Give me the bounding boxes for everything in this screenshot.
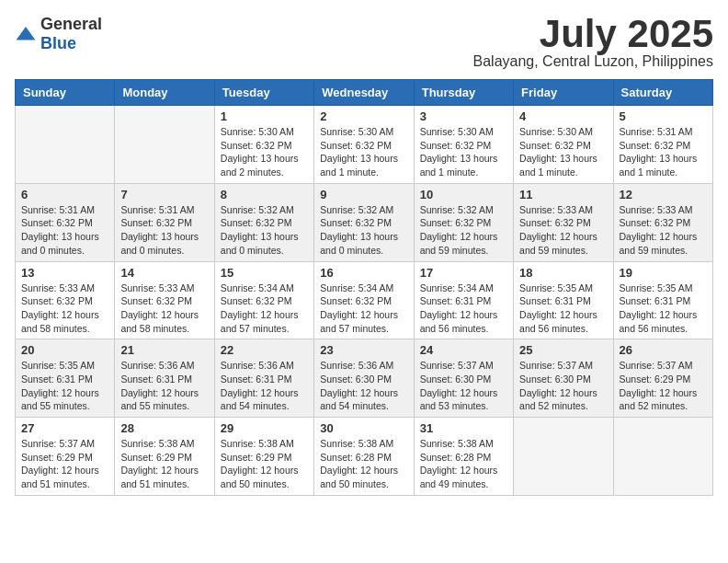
day-info: Sunrise: 5:38 AM Sunset: 6:29 PM Dayligh… — [221, 437, 308, 491]
calendar-cell: 23Sunrise: 5:36 AM Sunset: 6:30 PM Dayli… — [314, 339, 414, 418]
calendar-cell: 24Sunrise: 5:37 AM Sunset: 6:30 PM Dayli… — [414, 339, 513, 418]
day-number: 5 — [620, 109, 707, 123]
calendar-table: SundayMondayTuesdayWednesdayThursdayFrid… — [15, 79, 713, 496]
day-info: Sunrise: 5:32 AM Sunset: 6:32 PM Dayligh… — [320, 203, 407, 258]
day-info: Sunrise: 5:30 AM Sunset: 6:32 PM Dayligh… — [320, 125, 407, 179]
day-info: Sunrise: 5:32 AM Sunset: 6:32 PM Dayligh… — [420, 203, 507, 258]
day-number: 3 — [420, 109, 507, 123]
logo-general: General — [40, 15, 102, 33]
calendar-cell: 21Sunrise: 5:36 AM Sunset: 6:31 PM Dayli… — [115, 339, 214, 418]
day-info: Sunrise: 5:30 AM Sunset: 6:32 PM Dayligh… — [519, 125, 607, 179]
day-number: 10 — [420, 188, 507, 201]
day-info: Sunrise: 5:38 AM Sunset: 6:28 PM Dayligh… — [420, 437, 507, 491]
day-number: 13 — [21, 266, 108, 280]
calendar-cell — [613, 418, 712, 496]
day-info: Sunrise: 5:36 AM Sunset: 6:31 PM Dayligh… — [221, 359, 308, 413]
day-info: Sunrise: 5:31 AM Sunset: 6:32 PM Dayligh… — [620, 125, 707, 179]
day-number: 2 — [320, 109, 407, 123]
calendar-header-row: SundayMondayTuesdayWednesdayThursdayFrid… — [16, 80, 713, 106]
calendar-cell: 15Sunrise: 5:34 AM Sunset: 6:32 PM Dayli… — [214, 261, 313, 339]
day-number: 7 — [120, 188, 208, 201]
day-info: Sunrise: 5:32 AM Sunset: 6:32 PM Dayligh… — [221, 203, 308, 258]
logo: General Blue — [15, 15, 102, 53]
calendar-cell: 20Sunrise: 5:35 AM Sunset: 6:31 PM Dayli… — [16, 339, 115, 418]
calendar-cell: 27Sunrise: 5:37 AM Sunset: 6:29 PM Dayli… — [16, 418, 115, 496]
calendar-cell: 14Sunrise: 5:33 AM Sunset: 6:32 PM Dayli… — [115, 261, 214, 339]
svg-marker-0 — [17, 27, 36, 40]
day-number: 9 — [320, 188, 407, 201]
calendar-cell: 3Sunrise: 5:30 AM Sunset: 6:32 PM Daylig… — [414, 106, 513, 184]
day-number: 22 — [221, 343, 308, 357]
calendar-cell: 9Sunrise: 5:32 AM Sunset: 6:32 PM Daylig… — [314, 183, 414, 261]
day-info: Sunrise: 5:30 AM Sunset: 6:32 PM Dayligh… — [420, 125, 507, 179]
calendar-cell: 2Sunrise: 5:30 AM Sunset: 6:32 PM Daylig… — [314, 106, 414, 184]
weekday-header-wednesday: Wednesday — [314, 80, 414, 106]
weekday-header-tuesday: Tuesday — [214, 80, 313, 106]
page-header: General Blue July 2025 Balayang, Central… — [15, 15, 713, 70]
calendar-week-row: 1Sunrise: 5:30 AM Sunset: 6:32 PM Daylig… — [16, 106, 713, 184]
calendar-cell: 22Sunrise: 5:36 AM Sunset: 6:31 PM Dayli… — [214, 339, 313, 418]
day-info: Sunrise: 5:33 AM Sunset: 6:32 PM Dayligh… — [620, 203, 707, 258]
day-info: Sunrise: 5:30 AM Sunset: 6:32 PM Dayligh… — [221, 125, 308, 179]
day-info: Sunrise: 5:36 AM Sunset: 6:30 PM Dayligh… — [320, 359, 407, 413]
calendar-cell: 6Sunrise: 5:31 AM Sunset: 6:32 PM Daylig… — [16, 183, 115, 261]
weekday-header-friday: Friday — [514, 80, 613, 106]
weekday-header-sunday: Sunday — [16, 80, 115, 106]
calendar-cell: 26Sunrise: 5:37 AM Sunset: 6:29 PM Dayli… — [613, 339, 712, 418]
day-info: Sunrise: 5:35 AM Sunset: 6:31 PM Dayligh… — [519, 282, 607, 336]
day-number: 28 — [120, 421, 208, 435]
day-number: 26 — [620, 343, 707, 357]
day-number: 1 — [221, 109, 308, 123]
day-number: 21 — [120, 343, 208, 357]
day-info: Sunrise: 5:34 AM Sunset: 6:32 PM Dayligh… — [320, 282, 407, 336]
day-info: Sunrise: 5:38 AM Sunset: 6:29 PM Dayligh… — [120, 437, 208, 491]
calendar-week-row: 27Sunrise: 5:37 AM Sunset: 6:29 PM Dayli… — [16, 418, 713, 496]
calendar-cell: 19Sunrise: 5:35 AM Sunset: 6:31 PM Dayli… — [613, 261, 712, 339]
day-info: Sunrise: 5:31 AM Sunset: 6:32 PM Dayligh… — [21, 203, 108, 258]
day-info: Sunrise: 5:33 AM Sunset: 6:32 PM Dayligh… — [21, 282, 108, 336]
calendar-cell: 16Sunrise: 5:34 AM Sunset: 6:32 PM Dayli… — [314, 261, 414, 339]
logo-blue: Blue — [40, 34, 76, 52]
calendar-cell — [514, 418, 613, 496]
weekday-header-saturday: Saturday — [613, 80, 712, 106]
weekday-header-monday: Monday — [115, 80, 214, 106]
calendar-cell: 5Sunrise: 5:31 AM Sunset: 6:32 PM Daylig… — [613, 106, 712, 184]
calendar-cell: 8Sunrise: 5:32 AM Sunset: 6:32 PM Daylig… — [214, 183, 313, 261]
calendar-week-row: 20Sunrise: 5:35 AM Sunset: 6:31 PM Dayli… — [16, 339, 713, 418]
day-info: Sunrise: 5:35 AM Sunset: 6:31 PM Dayligh… — [620, 282, 707, 336]
calendar-week-row: 13Sunrise: 5:33 AM Sunset: 6:32 PM Dayli… — [16, 261, 713, 339]
day-info: Sunrise: 5:38 AM Sunset: 6:28 PM Dayligh… — [320, 437, 407, 491]
location-title: Balayang, Central Luzon, Philippines — [473, 53, 714, 70]
calendar-cell: 11Sunrise: 5:33 AM Sunset: 6:32 PM Dayli… — [514, 183, 613, 261]
day-number: 29 — [221, 421, 308, 435]
day-info: Sunrise: 5:36 AM Sunset: 6:31 PM Dayligh… — [120, 359, 208, 413]
day-number: 24 — [420, 343, 507, 357]
day-info: Sunrise: 5:37 AM Sunset: 6:29 PM Dayligh… — [620, 359, 707, 413]
calendar-cell — [16, 106, 115, 184]
day-number: 20 — [21, 343, 108, 357]
day-number: 25 — [519, 343, 607, 357]
day-info: Sunrise: 5:31 AM Sunset: 6:32 PM Dayligh… — [120, 203, 208, 258]
calendar-cell: 25Sunrise: 5:37 AM Sunset: 6:30 PM Dayli… — [514, 339, 613, 418]
calendar-cell: 12Sunrise: 5:33 AM Sunset: 6:32 PM Dayli… — [613, 183, 712, 261]
day-info: Sunrise: 5:35 AM Sunset: 6:31 PM Dayligh… — [21, 359, 108, 413]
calendar-cell: 31Sunrise: 5:38 AM Sunset: 6:28 PM Dayli… — [414, 418, 513, 496]
logo-icon — [15, 25, 37, 43]
calendar-cell: 13Sunrise: 5:33 AM Sunset: 6:32 PM Dayli… — [16, 261, 115, 339]
day-info: Sunrise: 5:33 AM Sunset: 6:32 PM Dayligh… — [120, 282, 208, 336]
day-info: Sunrise: 5:34 AM Sunset: 6:32 PM Dayligh… — [221, 282, 308, 336]
calendar-cell — [115, 106, 214, 184]
calendar-cell: 4Sunrise: 5:30 AM Sunset: 6:32 PM Daylig… — [514, 106, 613, 184]
day-number: 12 — [620, 188, 707, 201]
day-info: Sunrise: 5:37 AM Sunset: 6:30 PM Dayligh… — [420, 359, 507, 413]
day-number: 16 — [320, 266, 407, 280]
day-number: 8 — [221, 188, 308, 201]
day-info: Sunrise: 5:34 AM Sunset: 6:31 PM Dayligh… — [420, 282, 507, 336]
weekday-header-thursday: Thursday — [414, 80, 513, 106]
calendar-cell: 7Sunrise: 5:31 AM Sunset: 6:32 PM Daylig… — [115, 183, 214, 261]
month-title: July 2025 — [473, 15, 714, 53]
calendar-cell: 10Sunrise: 5:32 AM Sunset: 6:32 PM Dayli… — [414, 183, 513, 261]
day-number: 4 — [519, 109, 607, 123]
day-number: 27 — [21, 421, 108, 435]
day-number: 18 — [519, 266, 607, 280]
